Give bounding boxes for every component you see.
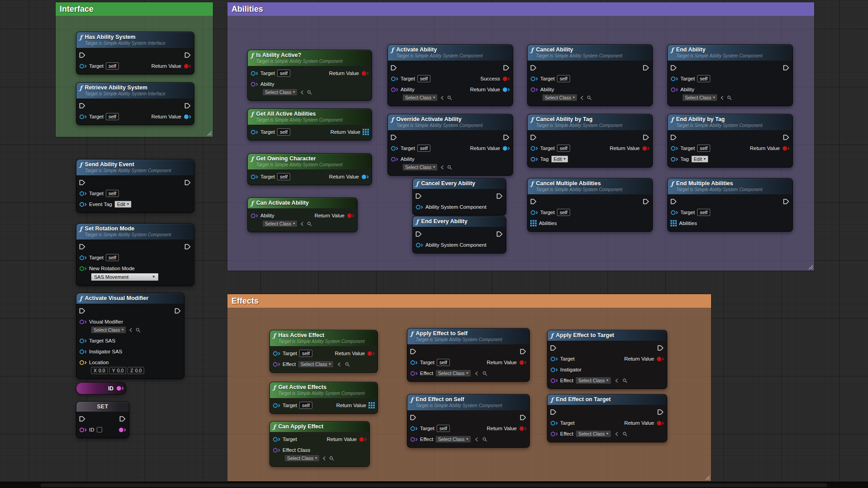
node-cancel-ability[interactable]: ƒCancel AbilityTarget is Simple Ability … [527, 44, 653, 106]
use-selected-asset-icon[interactable] [440, 165, 445, 170]
node-cancel-every-ability[interactable]: ƒCancel Every AbilityAbility System Comp… [412, 178, 506, 216]
location-z-input[interactable]: Z0.0 [127, 367, 144, 374]
target-value-input[interactable]: self [417, 145, 430, 152]
ability-input-pin[interactable] [530, 87, 538, 93]
exec-out-pin[interactable] [175, 308, 181, 314]
use-selected-asset-icon[interactable] [474, 437, 479, 442]
return-value-output-pin[interactable] [363, 129, 369, 135]
target-value-input[interactable]: self [437, 359, 450, 366]
return-value-output-pin[interactable] [184, 114, 191, 120]
target-input-pin[interactable] [250, 174, 258, 180]
target-value-input[interactable]: self [106, 62, 119, 70]
tag-input-pin[interactable] [530, 156, 538, 162]
target-input-pin[interactable] [250, 129, 258, 135]
new-rotation-mode-input-pin[interactable] [79, 266, 87, 272]
exec-in-pin[interactable] [410, 348, 417, 355]
node-cancel-ability-by-tag[interactable]: ƒCancel Ability by TagTarget is Simple A… [527, 114, 653, 168]
select-class-dropdown[interactable]: Select Class▾ [402, 94, 438, 101]
abilities-input-pin[interactable] [530, 220, 537, 226]
horizontal-scrollbar[interactable] [0, 482, 868, 488]
comment-title-bar[interactable]: Interface [56, 2, 213, 16]
use-selected-asset-icon[interactable] [440, 95, 445, 100]
target-input-pin[interactable] [410, 360, 418, 366]
effect-input-pin[interactable] [550, 431, 558, 437]
exec-in-pin[interactable] [391, 134, 397, 141]
select-class-dropdown[interactable]: Select Class▾ [262, 220, 297, 227]
id-output-pin[interactable] [118, 427, 126, 433]
target-input-pin[interactable] [273, 403, 280, 408]
target-value-input[interactable]: self [697, 75, 710, 82]
exec-out-pin[interactable] [184, 179, 191, 186]
select-class-dropdown[interactable]: Select Class▾ [91, 326, 126, 333]
target-input-pin[interactable] [530, 76, 538, 82]
use-selected-asset-icon[interactable] [720, 95, 725, 100]
exec-out-pin[interactable] [783, 198, 790, 205]
browse-asset-icon[interactable] [447, 95, 452, 100]
node-end-every-ability[interactable]: ƒEnd Every AbilityAbility System Compone… [412, 216, 506, 253]
ability-input-pin[interactable] [391, 87, 398, 93]
browse-asset-icon[interactable] [307, 90, 312, 95]
node-has-ability-system[interactable]: ƒHas Ability SystemTarget is Simple Abil… [76, 32, 194, 75]
ability-input-pin[interactable] [250, 81, 258, 87]
id-input-pin[interactable] [79, 427, 87, 433]
exec-out-pin[interactable] [503, 65, 510, 71]
target-input-pin[interactable] [250, 70, 258, 76]
browse-asset-icon[interactable] [482, 437, 487, 442]
target-value-input[interactable]: self [697, 209, 710, 216]
exec-out-pin[interactable] [643, 65, 650, 71]
select-class-dropdown[interactable]: Select Class▾ [576, 377, 611, 384]
exec-out-pin[interactable] [184, 52, 191, 58]
target-value-input[interactable]: self [106, 113, 119, 120]
new-rotation-mode-dropdown[interactable]: SAS Movement▼ [91, 273, 159, 281]
event-tag-edit-dropdown[interactable]: Edit▾ [114, 201, 132, 208]
horizontal-scrollbar-thumb[interactable] [41, 483, 827, 487]
location-y-input[interactable]: Y0.0 [109, 367, 127, 374]
target-input-pin[interactable] [391, 145, 398, 151]
select-class-dropdown[interactable]: Select Class▾ [682, 94, 717, 101]
target-value-input[interactable]: self [277, 128, 290, 136]
use-selected-asset-icon[interactable] [337, 362, 342, 367]
location-x-input[interactable]: X0.0 [91, 367, 108, 374]
return-value-output-pin[interactable] [368, 402, 375, 408]
exec-in-pin[interactable] [670, 65, 677, 71]
node-has-active-effect[interactable]: ƒHas Active EffectTarget is Simple Abili… [269, 330, 378, 373]
use-selected-asset-icon[interactable] [614, 378, 619, 383]
select-class-dropdown[interactable]: Select Class▾ [435, 370, 471, 377]
target-input-pin[interactable] [530, 210, 538, 216]
instigator-sas-input-pin[interactable] [79, 349, 87, 355]
exec-in-pin[interactable] [550, 345, 557, 351]
target-input-pin[interactable] [273, 351, 280, 357]
exec-in-pin[interactable] [79, 308, 86, 314]
target-input-pin[interactable] [391, 76, 398, 82]
exec-out-pin[interactable] [783, 65, 790, 71]
exec-out-pin[interactable] [520, 414, 527, 421]
exec-in-pin[interactable] [79, 244, 86, 250]
target-value-input[interactable]: self [106, 254, 119, 261]
graph-canvas[interactable]: InterfaceAbilitiesEffectsƒHas Ability Sy… [0, 0, 868, 488]
exec-in-pin[interactable] [79, 103, 86, 109]
exec-in-pin[interactable] [415, 231, 422, 237]
target-input-pin[interactable] [79, 63, 87, 69]
effect-input-pin[interactable] [273, 361, 280, 367]
node-get-active-effects[interactable]: ƒGet Active EffectsTarget is Simple Abil… [269, 382, 378, 414]
node-is-ability-active[interactable]: ƒIs Ability Active?Target is Simple Abil… [247, 50, 372, 101]
node-id-get[interactable]: ID [76, 382, 127, 394]
exec-in-pin[interactable] [530, 65, 537, 71]
instigator-input-pin[interactable] [550, 367, 558, 373]
select-class-dropdown[interactable]: Select Class▾ [262, 89, 297, 96]
exec-out-pin[interactable] [657, 345, 664, 351]
browse-asset-icon[interactable] [623, 432, 627, 436]
target-value-input[interactable]: self [697, 145, 710, 152]
exec-out-pin[interactable] [496, 231, 503, 237]
browse-asset-icon[interactable] [329, 456, 334, 461]
comment-resize-handle[interactable] [704, 474, 710, 480]
node-get-all-active-abilities[interactable]: ƒGet All Active AbilitiesTarget is Simpl… [247, 108, 372, 141]
browse-asset-icon[interactable] [482, 371, 487, 376]
exec-out-pin[interactable] [657, 409, 664, 415]
use-selected-asset-icon[interactable] [300, 90, 305, 95]
exec-out-pin[interactable] [119, 416, 126, 422]
use-selected-asset-icon[interactable] [322, 456, 327, 461]
exec-in-pin[interactable] [530, 198, 537, 205]
exec-out-pin[interactable] [184, 103, 191, 109]
location-input-pin[interactable] [79, 360, 87, 366]
